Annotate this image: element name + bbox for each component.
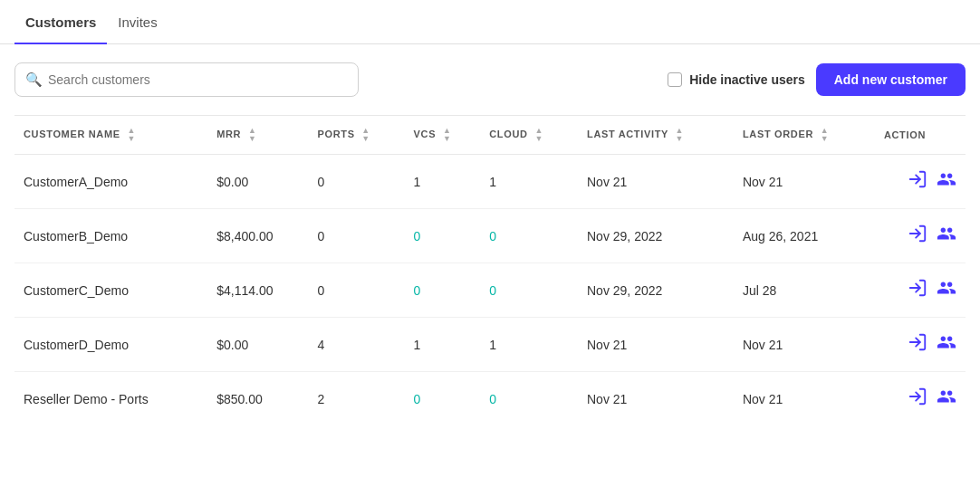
login-as-customer-icon-0[interactable] — [908, 169, 927, 194]
tabs-bar: Customers Invites — [0, 0, 980, 44]
cell-action-0 — [875, 155, 966, 209]
cell-name-0: CustomerA_Demo — [14, 155, 207, 209]
search-icon: 🔍 — [25, 72, 43, 88]
sort-arrows-vcs: ▲▼ — [443, 127, 452, 143]
cell-last-order-2: Jul 28 — [734, 263, 875, 318]
cell-action-3 — [875, 318, 966, 372]
sort-arrows-mrr: ▲▼ — [248, 127, 257, 143]
cell-mrr-0: $0.00 — [207, 155, 308, 209]
login-as-customer-icon-1[interactable] — [908, 224, 927, 248]
cell-vcs-4: 0 — [405, 372, 481, 426]
hide-inactive-label: Hide inactive users — [689, 72, 805, 87]
cell-ports-0: 0 — [308, 155, 404, 209]
manage-users-icon-4[interactable] — [937, 387, 956, 411]
cell-vcs-1: 0 — [405, 209, 481, 263]
sort-arrows-ports: ▲▼ — [361, 127, 370, 143]
cell-vcs-2: 0 — [405, 263, 481, 318]
login-as-customer-icon-3[interactable] — [908, 332, 927, 357]
table-row: CustomerA_Demo $0.00 0 1 1 Nov 21 Nov 21 — [14, 155, 966, 209]
cell-name-3: CustomerD_Demo — [14, 318, 207, 372]
cell-action-1 — [875, 209, 966, 263]
search-input[interactable] — [14, 62, 359, 97]
col-header-last-activity[interactable]: LAST ACTIVITY ▲▼ — [578, 116, 734, 155]
cell-cloud-4: 0 — [480, 372, 578, 426]
cell-name-4: Reseller Demo - Ports — [14, 372, 207, 426]
tab-invites[interactable]: Invites — [107, 0, 168, 44]
table-body: CustomerA_Demo $0.00 0 1 1 Nov 21 Nov 21 — [14, 155, 966, 426]
cell-last-activity-0: Nov 21 — [578, 155, 734, 209]
table-row: CustomerC_Demo $4,114.00 0 0 0 Nov 29, 2… — [14, 263, 966, 318]
cell-name-2: CustomerC_Demo — [14, 263, 207, 318]
cell-action-4 — [875, 372, 966, 426]
manage-users-icon-2[interactable] — [937, 278, 956, 302]
manage-users-icon-0[interactable] — [937, 169, 956, 194]
table-row: Reseller Demo - Ports $850.00 2 0 0 Nov … — [14, 372, 966, 426]
sort-arrows-last-activity: ▲▼ — [676, 127, 685, 143]
table-header-row: CUSTOMER NAME ▲▼ MRR ▲▼ PORTS ▲▼ VCS ▲▼ — [14, 116, 966, 155]
manage-users-icon-1[interactable] — [937, 224, 956, 248]
table-row: CustomerB_Demo $8,400.00 0 0 0 Nov 29, 2… — [14, 209, 966, 263]
cell-last-activity-1: Nov 29, 2022 — [578, 209, 734, 263]
page: Customers Invites 🔍 Hide inactive users … — [0, 0, 980, 487]
cell-name-1: CustomerB_Demo — [14, 209, 207, 263]
sort-arrows-name: ▲▼ — [128, 127, 137, 143]
cell-cloud-1: 0 — [480, 209, 578, 263]
cell-vcs-3: 1 — [405, 318, 481, 372]
cell-last-order-1: Aug 26, 2021 — [734, 209, 875, 263]
col-header-name[interactable]: CUSTOMER NAME ▲▼ — [14, 116, 207, 155]
cell-ports-4: 2 — [308, 372, 404, 426]
cell-last-order-4: Nov 21 — [734, 372, 875, 426]
col-header-ports[interactable]: PORTS ▲▼ — [308, 116, 404, 155]
cell-last-order-3: Nov 21 — [734, 318, 875, 372]
cell-mrr-3: $0.00 — [207, 318, 308, 372]
cell-ports-3: 4 — [308, 318, 404, 372]
cell-cloud-0: 1 — [480, 155, 578, 209]
table-row: CustomerD_Demo $0.00 4 1 1 Nov 21 Nov 21 — [14, 318, 966, 372]
cell-last-order-0: Nov 21 — [734, 155, 875, 209]
hide-inactive-toggle[interactable]: Hide inactive users — [668, 72, 805, 87]
customers-table-wrap: CUSTOMER NAME ▲▼ MRR ▲▼ PORTS ▲▼ VCS ▲▼ — [0, 115, 980, 440]
cell-cloud-3: 1 — [480, 318, 578, 372]
col-header-mrr[interactable]: MRR ▲▼ — [207, 116, 308, 155]
add-new-customer-button[interactable]: Add new customer — [816, 63, 966, 96]
customers-table: CUSTOMER NAME ▲▼ MRR ▲▼ PORTS ▲▼ VCS ▲▼ — [14, 115, 966, 425]
cell-mrr-4: $850.00 — [207, 372, 308, 426]
col-header-vcs[interactable]: VCS ▲▼ — [405, 116, 481, 155]
cell-last-activity-3: Nov 21 — [578, 318, 734, 372]
cell-action-2 — [875, 263, 966, 318]
tab-customers[interactable]: Customers — [14, 0, 107, 44]
cell-cloud-2: 0 — [480, 263, 578, 318]
search-wrapper: 🔍 — [14, 62, 359, 97]
sort-arrows-cloud: ▲▼ — [534, 127, 543, 143]
cell-ports-2: 0 — [308, 263, 404, 318]
sort-arrows-last-order: ▲▼ — [821, 127, 830, 143]
col-header-last-order[interactable]: LAST ORDER ▲▼ — [734, 116, 875, 155]
cell-mrr-2: $4,114.00 — [207, 263, 308, 318]
cell-last-activity-2: Nov 29, 2022 — [578, 263, 734, 318]
toolbar: 🔍 Hide inactive users Add new customer — [0, 44, 980, 115]
login-as-customer-icon-2[interactable] — [908, 278, 927, 302]
col-header-action: ACTION — [875, 116, 966, 155]
cell-ports-1: 0 — [308, 209, 404, 263]
cell-last-activity-4: Nov 21 — [578, 372, 734, 426]
hide-inactive-checkbox[interactable] — [668, 72, 682, 87]
cell-vcs-0: 1 — [405, 155, 481, 209]
manage-users-icon-3[interactable] — [937, 332, 956, 357]
col-header-cloud[interactable]: CLOUD ▲▼ — [480, 116, 578, 155]
login-as-customer-icon-4[interactable] — [908, 387, 927, 411]
cell-mrr-1: $8,400.00 — [207, 209, 308, 263]
